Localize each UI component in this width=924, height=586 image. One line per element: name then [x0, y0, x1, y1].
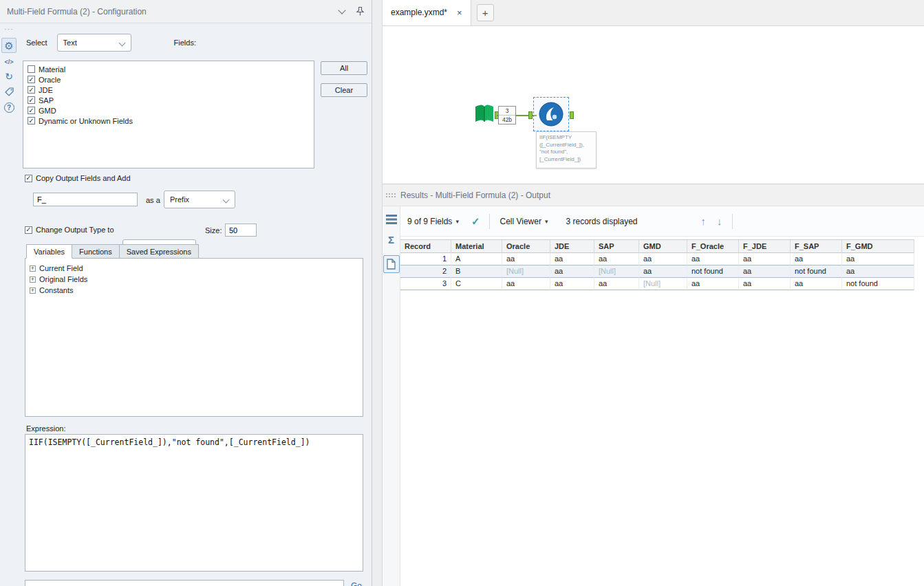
- column-header[interactable]: F_Oracle: [687, 240, 739, 253]
- cell-viewer-dropdown[interactable]: Cell Viewer ▾: [499, 217, 548, 226]
- toolbar-separator: [732, 214, 733, 229]
- column-header[interactable]: SAP: [594, 240, 639, 253]
- column-header[interactable]: Record: [400, 240, 451, 253]
- variables-tree[interactable]: +Current Field+Original Fields+Constants: [25, 258, 363, 417]
- tree-label: Current Field: [39, 264, 83, 272]
- field-item[interactable]: ✓SAP: [28, 95, 310, 105]
- expander-icon[interactable]: +: [30, 287, 36, 294]
- field-checkbox[interactable]: ✓: [28, 76, 35, 83]
- table-cell: 2: [400, 265, 451, 278]
- field-item[interactable]: ✓Oracle: [28, 74, 310, 85]
- tab-saved-expressions[interactable]: Saved Expressions: [120, 244, 199, 259]
- document-tabbar: example.yxmd* × +: [383, 0, 924, 26]
- table-cell: aa: [739, 265, 791, 278]
- new-tab-button[interactable]: +: [477, 4, 494, 21]
- table-cell: [Null]: [502, 265, 550, 278]
- settings-icon[interactable]: ⚙: [1, 38, 17, 53]
- table-cell: aa: [502, 278, 550, 290]
- prefix-suffix-value: Prefix: [170, 195, 189, 204]
- table-row[interactable]: 2B[Null]aa[Null]aanot foundaanot foundaa: [400, 265, 914, 278]
- tab-functions[interactable]: Functions: [72, 244, 120, 259]
- column-header[interactable]: Oracle: [502, 240, 550, 253]
- insert-search-input[interactable]: [25, 580, 344, 586]
- field-item[interactable]: ✓Dynamic or Unknown Fields: [28, 116, 310, 126]
- preview-view-icon[interactable]: [383, 255, 400, 273]
- column-header[interactable]: JDE: [550, 240, 594, 253]
- table-cell: not found: [687, 265, 739, 278]
- refresh-icon[interactable]: ↻: [5, 72, 13, 81]
- field-item[interactable]: Material: [28, 64, 310, 74]
- table-cell: aa: [687, 253, 739, 265]
- expander-icon[interactable]: +: [30, 276, 36, 283]
- field-checkbox[interactable]: [28, 65, 35, 73]
- code-icon[interactable]: </>: [4, 59, 13, 65]
- tree-item[interactable]: +Current Field: [30, 263, 358, 274]
- metadata-view-icon[interactable]: Σ: [388, 234, 394, 246]
- field-checkbox[interactable]: ✓: [28, 96, 35, 104]
- column-header[interactable]: F_JDE: [739, 240, 791, 253]
- field-checkbox[interactable]: ✓: [28, 107, 35, 114]
- tab-variables[interactable]: Variables: [26, 244, 72, 259]
- apply-check-icon[interactable]: ✓: [471, 215, 480, 228]
- field-item[interactable]: ✓GMD: [28, 105, 310, 116]
- table-cell: aa: [791, 253, 842, 265]
- multi-field-formula-tool[interactable]: [539, 102, 563, 127]
- size-input[interactable]: [225, 224, 257, 237]
- strip-drag-handle[interactable]: ···: [4, 26, 14, 32]
- clear-button[interactable]: Clear: [321, 83, 367, 97]
- panel-splitter[interactable]: [372, 0, 383, 586]
- tag-icon[interactable]: [5, 87, 14, 96]
- scroll-down-icon[interactable]: ↓: [717, 215, 722, 227]
- all-button[interactable]: All: [321, 61, 367, 75]
- table-cell: aa: [739, 278, 791, 290]
- field-checkbox[interactable]: ✓: [28, 117, 35, 124]
- pin-icon[interactable]: [356, 6, 365, 17]
- field-label: Dynamic or Unknown Fields: [39, 117, 133, 125]
- table-row[interactable]: 3Caaaaaa[Null]aaaaaanot found: [400, 278, 914, 290]
- document-tab[interactable]: example.yxmd* ×: [383, 0, 471, 25]
- copy-output-checkbox[interactable]: ✓: [25, 175, 32, 182]
- input-data-tool[interactable]: [473, 103, 496, 125]
- change-type-checkbox[interactable]: ✓: [25, 226, 32, 234]
- tab-close-icon[interactable]: ×: [457, 8, 462, 18]
- grid-view-icon[interactable]: [386, 215, 397, 224]
- table-row[interactable]: 1Aaaaaaaaaaaaaaaaa: [400, 253, 914, 265]
- formula-tool-output-anchor[interactable]: [570, 111, 574, 119]
- column-header[interactable]: F_GMD: [842, 240, 914, 253]
- config-tabs: VariablesFunctionsSaved Expressions: [26, 244, 199, 259]
- tree-item[interactable]: +Constants: [30, 285, 358, 296]
- config-icon-strip: ··· ⚙ </> ↻ ?: [0, 23, 18, 586]
- copy-output-row: ✓ Copy Output Fields and Add: [25, 174, 131, 182]
- table-cell: 1: [400, 253, 451, 265]
- help-icon[interactable]: ?: [4, 102, 14, 113]
- field-list[interactable]: Material✓Oracle✓JDE✓SAP✓GMD✓Dynamic or U…: [23, 61, 314, 169]
- prefix-suffix-dropdown[interactable]: Prefix: [164, 191, 235, 208]
- expander-icon[interactable]: +: [30, 265, 36, 272]
- table-cell: aa: [791, 278, 842, 290]
- field-item[interactable]: ✓JDE: [28, 85, 310, 95]
- table-cell: aa: [502, 253, 550, 265]
- column-header[interactable]: Material: [451, 240, 502, 253]
- workflow-canvas[interactable]: 3 42b IIF(ISEMPTY ([_CurrentField_]), "n…: [383, 26, 924, 184]
- column-header[interactable]: GMD: [639, 240, 687, 253]
- formula-tool-input-anchor[interactable]: [528, 111, 533, 119]
- chevron-down-icon: [118, 40, 125, 47]
- go-button[interactable]: Go: [348, 580, 365, 586]
- fields-dropdown[interactable]: 9 of 9 Fields ▾: [407, 217, 459, 226]
- drag-grip-icon[interactable]: [385, 193, 396, 197]
- field-label: Oracle: [39, 76, 61, 84]
- change-type-label: Change Output Type to: [36, 226, 114, 234]
- select-type-dropdown[interactable]: Text: [57, 34, 131, 52]
- results-toolbar: 9 of 9 Fields ▾ ✓ Cell Viewer ▾ 3 record…: [400, 206, 924, 237]
- tree-item[interactable]: +Original Fields: [30, 274, 358, 285]
- results-header-row: RecordMaterialOracleJDESAPGMDF_OracleF_J…: [400, 239, 914, 253]
- table-cell: aa: [639, 265, 687, 278]
- field-checkbox[interactable]: ✓: [28, 86, 35, 94]
- expression-editor[interactable]: IIF(ISEMPTY([_CurrentField_]),"not found…: [25, 434, 363, 572]
- scroll-up-icon[interactable]: ↑: [701, 215, 707, 227]
- tool-annotation[interactable]: IIF(ISEMPTY ([_CurrentField_]), "not fou…: [536, 131, 597, 169]
- column-header[interactable]: F_SAP: [791, 240, 842, 253]
- collapse-chevron-icon[interactable]: [338, 6, 345, 14]
- table-cell: 3: [400, 278, 451, 290]
- prefix-input[interactable]: [33, 193, 138, 206]
